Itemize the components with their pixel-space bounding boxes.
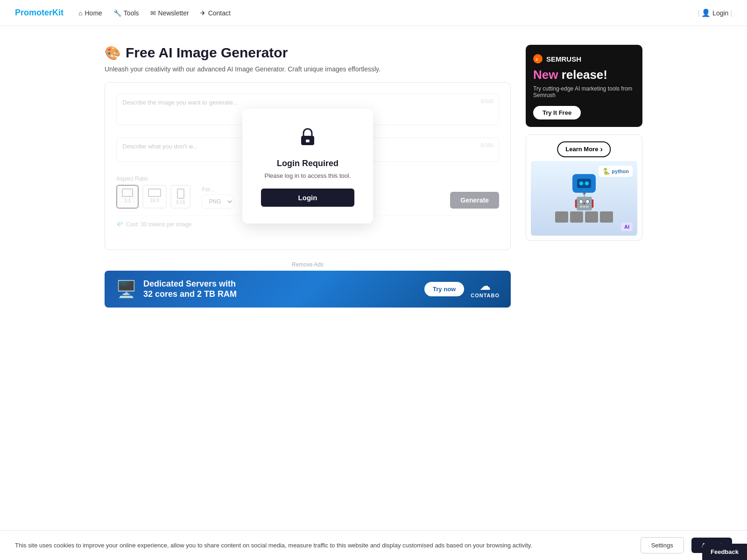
- ad-banner-contabo[interactable]: 🖥️ Dedicated Servers with 32 cores and 2…: [105, 271, 511, 308]
- ad-section: Remove Ads 🖥️ Dedicated Servers with 32 …: [105, 261, 511, 308]
- main-container: 🎨 Free AI Image Generator Unleash your c…: [93, 26, 654, 326]
- newsletter-icon: ✉: [150, 9, 156, 17]
- brand-prefix: Promoter: [15, 8, 52, 17]
- server-icon: 🖥️: [116, 280, 137, 299]
- semrush-subtitle: Try cutting-edge AI marketing tools from…: [533, 85, 635, 98]
- svg-text:S: S: [536, 57, 538, 62]
- semrush-icon: S: [533, 54, 543, 63]
- modal-title: Login Required: [261, 159, 354, 168]
- page-title-row: 🎨 Free AI Image Generator: [105, 45, 511, 61]
- contabo-logo: ☁ CONTABO: [471, 280, 500, 298]
- semrush-ad[interactable]: S SEMRUSH New release! Try cutting-edge …: [526, 45, 642, 127]
- separator-right: |: [730, 9, 732, 17]
- brand-suffix: Kit: [52, 8, 63, 17]
- nav-newsletter[interactable]: ✉ Newsletter: [150, 9, 189, 17]
- ad-text: Dedicated Servers with 32 cores and 2 TB…: [143, 279, 237, 299]
- page-subtitle: Unleash your creativity with our advance…: [105, 65, 511, 73]
- ai-badge: AI: [621, 223, 633, 231]
- modal-subtitle: Please log in to access this tool.: [261, 172, 354, 179]
- robot-image: 🤖 🐍 python AI: [531, 161, 637, 236]
- tool-card: 0/500 0/100 Aspect Ratio 1:1: [105, 82, 511, 250]
- modal-overlay: Login Required Please log in to access t…: [105, 83, 510, 250]
- page-title: Free AI Image Generator: [126, 45, 288, 61]
- page-emoji: 🎨: [105, 45, 121, 61]
- lock-icon: [261, 126, 354, 152]
- semrush-try-free-button[interactable]: Try It Free: [533, 106, 581, 119]
- learn-more-button[interactable]: Learn More ›: [557, 141, 611, 157]
- modal-box: Login Required Please log in to access t…: [242, 109, 373, 224]
- semrush-logo-text: SEMRUSH: [546, 55, 581, 63]
- modal-login-button[interactable]: Login: [261, 189, 354, 207]
- semrush-headline: New release!: [533, 68, 635, 82]
- home-icon: ⌂: [78, 9, 82, 17]
- semrush-header: S SEMRUSH: [533, 54, 635, 63]
- contabo-try-now-button[interactable]: Try now: [424, 282, 464, 296]
- ad-label: Remove Ads: [105, 261, 511, 268]
- sidebar: S SEMRUSH New release! Try cutting-edge …: [526, 45, 642, 241]
- chevron-right-icon: ›: [600, 145, 602, 154]
- svg-rect-1: [306, 140, 310, 142]
- nav-tools[interactable]: 🔧 Tools: [113, 9, 139, 17]
- user-icon: 👤: [701, 8, 711, 17]
- contact-icon: ✈: [200, 9, 206, 17]
- navbar: PromoterKit ⌂ Home 🔧 Tools ✉ Newsletter …: [0, 0, 747, 26]
- brand-logo[interactable]: PromoterKit: [15, 8, 63, 18]
- login-link[interactable]: Login: [712, 9, 728, 17]
- nav-home[interactable]: ⌂ Home: [78, 9, 102, 17]
- nav-contact[interactable]: ✈ Contact: [200, 9, 231, 17]
- python-ad[interactable]: Learn More › 🤖: [526, 134, 642, 241]
- python-badge: 🐍 python: [599, 166, 633, 177]
- content-area: 🎨 Free AI Image Generator Unleash your c…: [105, 45, 511, 308]
- tools-icon: 🔧: [113, 9, 121, 17]
- separator-left: |: [698, 9, 699, 17]
